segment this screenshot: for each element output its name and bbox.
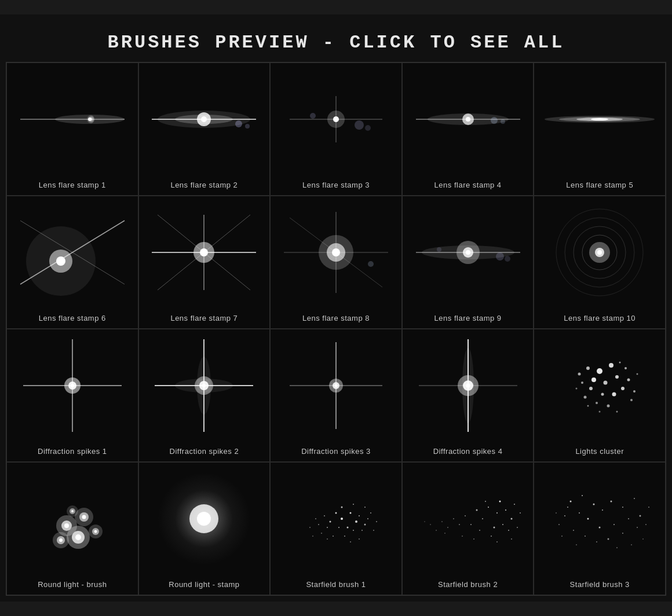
svg-point-166 — [508, 530, 509, 531]
svg-point-133 — [355, 520, 357, 523]
cell-round-brush[interactable]: Round light - brush — [6, 462, 138, 595]
svg-point-8 — [201, 116, 207, 122]
svg-point-219 — [648, 507, 649, 508]
cell-label-lens-flare-6: Lens flare stamp 6 — [36, 309, 109, 328]
svg-point-204 — [640, 515, 641, 516]
svg-point-160 — [312, 536, 313, 537]
svg-point-150 — [373, 530, 374, 531]
cell-diff-spikes-3[interactable]: Diffraction spikes 3 — [270, 329, 402, 462]
svg-point-95 — [627, 378, 630, 381]
svg-point-53 — [437, 247, 441, 252]
svg-point-94 — [581, 382, 583, 384]
svg-point-184 — [447, 527, 448, 528]
cell-round-stamp[interactable]: Round light - stamp — [138, 462, 271, 595]
svg-point-217 — [642, 538, 644, 540]
svg-point-117 — [75, 534, 81, 540]
svg-point-149 — [376, 521, 377, 522]
cell-lens-flare-1[interactable]: Lens flare stamp 1 — [6, 63, 138, 196]
svg-point-213 — [561, 536, 563, 537]
cell-lens-flare-8[interactable]: Lens flare stamp 8 — [270, 196, 402, 329]
svg-point-157 — [309, 527, 311, 528]
cell-starfield-3[interactable]: Starfield brush 3 — [534, 462, 666, 595]
cell-label-round-brush: Round light - brush — [35, 575, 109, 595]
svg-point-162 — [505, 509, 506, 511]
svg-point-143 — [361, 530, 363, 531]
cell-lights-cluster[interactable]: Lights cluster — [534, 329, 666, 462]
cell-diff-spikes-1[interactable]: Diffraction spikes 1 — [6, 329, 138, 462]
svg-point-169 — [514, 504, 515, 505]
svg-point-179 — [496, 541, 498, 542]
svg-point-212 — [558, 524, 560, 525]
cell-lens-flare-2[interactable]: Lens flare stamp 2 — [138, 63, 271, 196]
svg-point-123 — [94, 530, 97, 533]
svg-point-209 — [622, 533, 623, 534]
svg-point-154 — [353, 504, 354, 505]
svg-point-220 — [556, 512, 557, 514]
svg-point-167 — [493, 526, 495, 528]
svg-point-164 — [510, 518, 512, 519]
cell-lens-flare-10[interactable]: Lens flare stamp 10 — [534, 196, 666, 329]
svg-point-83 — [466, 383, 470, 387]
svg-point-145 — [327, 527, 328, 528]
svg-point-193 — [593, 503, 595, 505]
svg-point-72 — [202, 384, 206, 387]
svg-point-183 — [453, 518, 454, 519]
cell-label-round-stamp: Round light - stamp — [166, 575, 242, 595]
cell-lens-flare-5[interactable]: Lens flare stamp 5 — [534, 63, 666, 196]
svg-point-181 — [473, 538, 474, 540]
svg-point-38 — [200, 248, 208, 256]
svg-point-196 — [587, 518, 589, 519]
cell-lens-flare-9[interactable]: Lens flare stamp 9 — [402, 196, 534, 329]
svg-point-147 — [350, 541, 351, 542]
page-title: BRUSHES PREVIEW - CLICK TO SEE ALL — [6, 20, 666, 62]
svg-point-202 — [613, 524, 615, 525]
svg-point-104 — [599, 410, 601, 412]
cell-starfield-1[interactable]: Starfield brush 1 — [270, 462, 402, 595]
svg-point-187 — [430, 524, 431, 525]
svg-point-214 — [576, 544, 577, 545]
svg-point-188 — [462, 536, 463, 537]
svg-point-84 — [597, 368, 602, 374]
svg-point-51 — [496, 252, 504, 261]
svg-point-77 — [334, 384, 337, 387]
cell-diff-spikes-4[interactable]: Diffraction spikes 4 — [402, 329, 534, 462]
svg-point-16 — [310, 113, 316, 119]
cell-label-lens-flare-1: Lens flare stamp 1 — [36, 176, 109, 195]
svg-point-216 — [631, 544, 632, 545]
svg-point-86 — [615, 375, 619, 379]
svg-point-185 — [441, 521, 443, 522]
svg-point-146 — [333, 536, 334, 537]
svg-point-180 — [459, 524, 460, 525]
cell-diff-spikes-2[interactable]: Diffraction spikes 2 — [138, 329, 271, 462]
svg-point-108 — [619, 361, 621, 363]
svg-point-163 — [496, 512, 498, 514]
svg-point-159 — [327, 538, 328, 540]
svg-point-102 — [607, 404, 610, 407]
cell-label-lights-cluster: Lights cluster — [572, 442, 627, 461]
svg-point-101 — [596, 402, 598, 404]
svg-point-14 — [355, 120, 364, 130]
svg-point-134 — [346, 526, 348, 528]
svg-point-178 — [520, 512, 521, 514]
svg-point-176 — [465, 515, 466, 516]
svg-point-199 — [622, 507, 623, 508]
svg-point-158 — [359, 538, 360, 540]
svg-point-192 — [582, 495, 583, 496]
svg-point-120 — [59, 538, 63, 542]
cell-label-lens-flare-7: Lens flare stamp 7 — [167, 309, 240, 328]
svg-point-45 — [368, 261, 374, 267]
cell-lens-flare-7[interactable]: Lens flare stamp 7 — [138, 196, 271, 329]
svg-point-135 — [359, 515, 360, 516]
svg-point-170 — [482, 518, 483, 519]
cell-starfield-2[interactable]: Starfield brush 2 — [402, 462, 534, 595]
cell-lens-flare-4[interactable]: Lens flare stamp 4 — [402, 63, 534, 196]
svg-point-17 — [333, 116, 339, 122]
svg-point-195 — [564, 515, 565, 516]
svg-point-175 — [485, 501, 486, 502]
svg-point-211 — [645, 524, 647, 525]
cell-lens-flare-6[interactable]: Lens flare stamp 6 — [6, 196, 138, 329]
svg-point-105 — [587, 405, 589, 406]
svg-point-198 — [611, 500, 612, 502]
svg-point-100 — [584, 395, 587, 398]
cell-lens-flare-3[interactable]: Lens flare stamp 3 — [270, 63, 402, 196]
